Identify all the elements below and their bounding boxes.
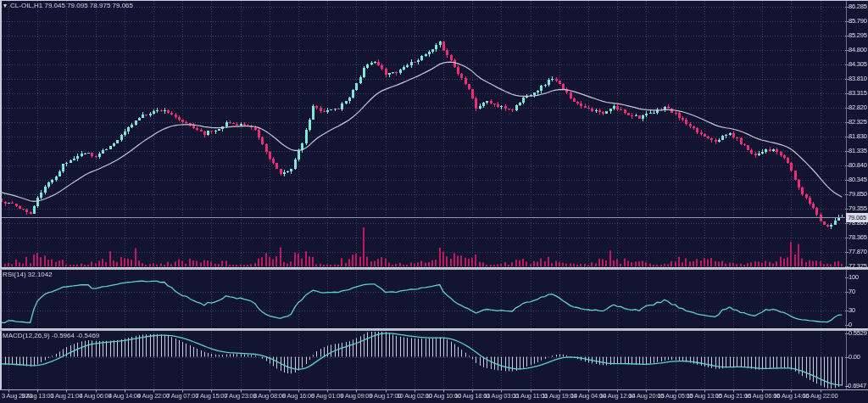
time-axis-label: 8 Aug 16:00 <box>282 392 314 400</box>
price-axis-label: 78.365 <box>849 233 867 241</box>
price-axis-label: 79.355 <box>849 204 867 212</box>
current-price-tag: 79.065 <box>846 213 868 222</box>
time-axis-label: 3 Aug 13:00 <box>21 392 53 400</box>
price-axis-label: 83.810 <box>849 75 867 82</box>
time-axis-label: 4 Aug 14:00 <box>108 392 141 400</box>
price-axis-label: 80.840 <box>849 161 867 169</box>
price-axis-label: 85.295 <box>849 31 867 39</box>
time-axis[interactable]: 3 Aug 20233 Aug 13:003 Aug 21:004 Aug 06… <box>0 389 868 403</box>
time-axis-label: 3 Aug 21:00 <box>50 392 82 400</box>
time-axis-label: 9 Aug 09:00 <box>340 392 372 400</box>
time-axis-label: 9 Aug 01:00 <box>311 392 343 400</box>
price-axis-label: 77.375 <box>849 262 867 270</box>
chart-ohlc-title: CL-OIL,H1 79.045 79.095 78.975 79.065 <box>10 2 133 10</box>
price-axis-label: 79.850 <box>849 190 867 198</box>
time-axis-label: 7 Aug 07:00 <box>166 392 198 400</box>
price-axis-label: 83.315 <box>849 89 867 97</box>
rsi-indicator-label: RSI(14) 32.1042 <box>3 271 53 279</box>
rsi-axis-label: 100 <box>849 273 859 281</box>
rsi-axis-label: 70 <box>849 288 855 295</box>
time-axis-label: 7 Aug 15:00 <box>195 392 227 400</box>
trading-chart-window: ▾ CL-OIL,H1 79.045 79.095 78.975 79.065 … <box>0 0 868 403</box>
macd-axis-label: 0.00 <box>849 353 860 361</box>
price-axis-label: 81.335 <box>849 147 867 154</box>
chart-title: ▾ CL-OIL,H1 79.045 79.095 78.975 79.065 <box>3 2 133 10</box>
price-axis-label: 85.790 <box>849 17 867 25</box>
rsi-macd-panel-separator[interactable] <box>0 328 868 331</box>
main-rsi-panel-separator[interactable] <box>0 267 868 270</box>
time-axis-label: 4 Aug 06:00 <box>80 392 112 400</box>
chart-dropdown-icon: ▾ <box>3 2 7 10</box>
time-axis-label: 7 Aug 23:00 <box>225 392 257 400</box>
window-top-border <box>0 0 868 1</box>
price-axis-label: 86.285 <box>849 3 867 10</box>
price-axis-label: 84.305 <box>849 60 867 68</box>
window-left-border <box>0 0 2 389</box>
rsi-axis-label: 0 <box>849 321 852 328</box>
price-axis-label: 80.345 <box>849 176 867 183</box>
time-axis-label: 8 Aug 08:00 <box>253 392 286 400</box>
price-axis-label: 82.820 <box>849 104 867 111</box>
time-axis-label: 16 Aug 22:00 <box>803 392 838 400</box>
rsi-axis-label: 30 <box>849 306 855 314</box>
price-axis-label: 82.325 <box>849 118 867 126</box>
price-axis-label: 84.800 <box>849 46 867 53</box>
price-axis-label: 77.870 <box>849 248 867 255</box>
macd-indicator-label: MACD(12,26,9) -0.5964 -0.5469 <box>3 332 99 340</box>
macd-axis-label: -0.6947 <box>846 382 866 389</box>
macd-axis-label: 0.5529 <box>849 329 867 337</box>
time-axis-label: 4 Aug 22:00 <box>137 392 170 400</box>
price-chart-canvas[interactable] <box>0 0 868 403</box>
price-axis-label: 81.830 <box>849 132 867 140</box>
price-axis[interactable]: 86.28585.79085.29584.80084.30583.81083.3… <box>845 0 868 389</box>
